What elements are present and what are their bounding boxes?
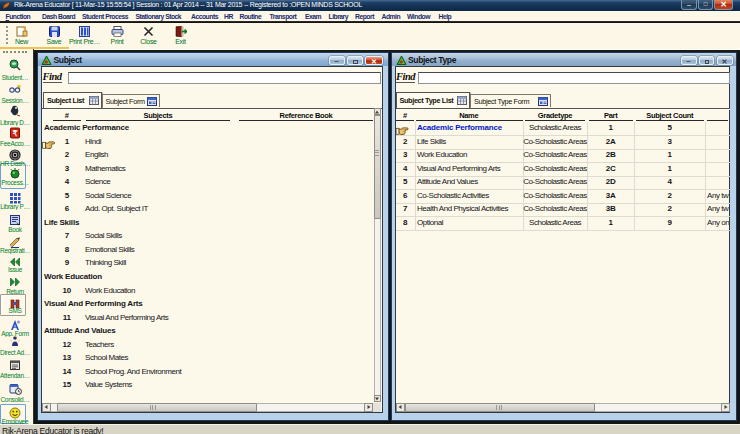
svg-text:₹: ₹ bbox=[12, 129, 17, 138]
